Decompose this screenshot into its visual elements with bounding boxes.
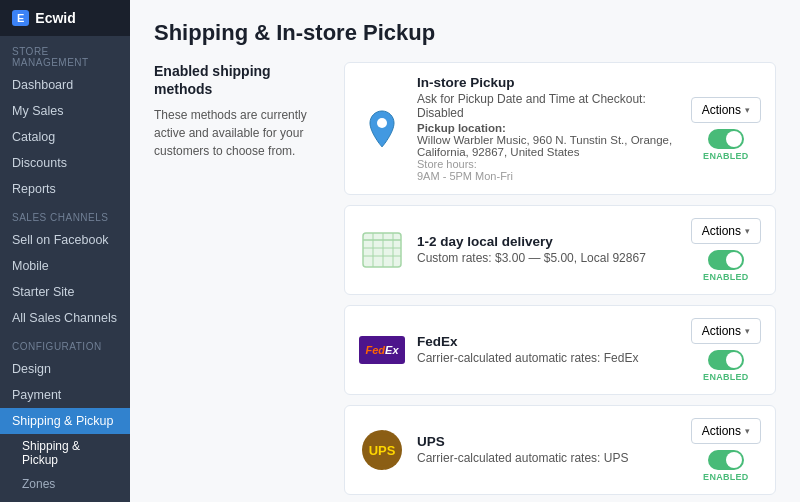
local-delivery-toggle-container: ENABLED bbox=[703, 250, 748, 282]
methods-list: In-store Pickup Ask for Pickup Date and … bbox=[344, 62, 776, 502]
ecwid-logo-icon: E bbox=[12, 10, 29, 26]
instore-info: In-store Pickup Ask for Pickup Date and … bbox=[417, 75, 679, 182]
local-delivery-enabled-label: ENABLED bbox=[703, 272, 748, 282]
sidebar-header: E Ecwid bbox=[0, 0, 130, 36]
ups-actions-label: Actions bbox=[702, 424, 741, 438]
chevron-down-icon: ▾ bbox=[745, 226, 750, 236]
chevron-down-icon: ▾ bbox=[745, 326, 750, 336]
sidebar-item-sell-on-facebook[interactable]: Sell on Facebook bbox=[0, 227, 130, 253]
svg-point-0 bbox=[377, 118, 387, 128]
svg-rect-1 bbox=[363, 233, 401, 267]
svg-text:UPS: UPS bbox=[369, 443, 396, 458]
ups-toggle[interactable] bbox=[708, 450, 744, 470]
local-delivery-info: 1-2 day local delivery Custom rates: $3.… bbox=[417, 234, 679, 267]
fedex-actions: Actions ▾ ENABLED bbox=[691, 318, 761, 382]
content-layout: Enabled shipping methods These methods a… bbox=[154, 62, 776, 502]
ups-actions: Actions ▾ ENABLED bbox=[691, 418, 761, 482]
sidebar-item-design[interactable]: Design bbox=[0, 356, 130, 382]
local-delivery-actions-label: Actions bbox=[702, 224, 741, 238]
ups-name: UPS bbox=[417, 434, 679, 449]
ups-logo: UPS bbox=[362, 430, 402, 470]
fedex-enabled-label: ENABLED bbox=[703, 372, 748, 382]
instore-toggle[interactable] bbox=[708, 129, 744, 149]
main-content: Shipping & In-store Pickup Enabled shipp… bbox=[130, 0, 800, 502]
sidebar-item-mobile[interactable]: Mobile bbox=[0, 253, 130, 279]
ups-info: UPS Carrier-calculated automatic rates: … bbox=[417, 434, 679, 467]
fedex-actions-button[interactable]: Actions ▾ bbox=[691, 318, 761, 344]
sidebar-item-my-sales[interactable]: My Sales bbox=[0, 98, 130, 124]
sidebar-item-dashboard[interactable]: Dashboard bbox=[0, 72, 130, 98]
method-card-ups: UPS UPS Carrier-calculated automatic rat… bbox=[344, 405, 776, 495]
instore-location: Willow Warbler Music, 960 N. Tunstin St.… bbox=[417, 134, 679, 158]
instore-enabled-label: ENABLED bbox=[703, 151, 748, 161]
fedex-name: FedEx bbox=[417, 334, 679, 349]
left-panel-heading: Enabled shipping methods bbox=[154, 62, 324, 98]
sidebar-subitem-zones[interactable]: Zones bbox=[0, 472, 130, 496]
sidebar: E Ecwid Store management Dashboard My Sa… bbox=[0, 0, 130, 502]
page-title: Shipping & In-store Pickup bbox=[154, 20, 776, 46]
instore-hours-label: Store hours: bbox=[417, 158, 679, 170]
sidebar-item-catalog[interactable]: Catalog bbox=[0, 124, 130, 150]
ups-actions-button[interactable]: Actions ▾ bbox=[691, 418, 761, 444]
left-panel: Enabled shipping methods These methods a… bbox=[154, 62, 324, 502]
sidebar-item-shipping-pickup[interactable]: Shipping & Pickup bbox=[0, 408, 130, 434]
sidebar-item-discounts[interactable]: Discounts bbox=[0, 150, 130, 176]
ups-desc: Carrier-calculated automatic rates: UPS bbox=[417, 451, 679, 465]
local-delivery-icon bbox=[359, 227, 405, 273]
instore-toggle-container: ENABLED bbox=[703, 129, 748, 161]
instore-desc: Ask for Pickup Date and Time at Checkout… bbox=[417, 92, 679, 120]
sidebar-item-payment[interactable]: Payment bbox=[0, 382, 130, 408]
ups-toggle-container: ENABLED bbox=[703, 450, 748, 482]
local-delivery-desc: Custom rates: $3.00 — $5.00, Local 92867 bbox=[417, 251, 679, 265]
sidebar-item-all-sales-channels[interactable]: All Sales Channels bbox=[0, 305, 130, 331]
fedex-desc: Carrier-calculated automatic rates: FedE… bbox=[417, 351, 679, 365]
method-card-instore: In-store Pickup Ask for Pickup Date and … bbox=[344, 62, 776, 195]
local-delivery-name: 1-2 day local delivery bbox=[417, 234, 679, 249]
method-card-fedex: FedEx FedEx Carrier-calculated automatic… bbox=[344, 305, 776, 395]
instore-hours: 9AM - 5PM Mon-Fri bbox=[417, 170, 679, 182]
fedex-toggle-container: ENABLED bbox=[703, 350, 748, 382]
fedex-actions-label: Actions bbox=[702, 324, 741, 338]
instore-name: In-store Pickup bbox=[417, 75, 679, 90]
fedex-toggle[interactable] bbox=[708, 350, 744, 370]
chevron-down-icon: ▾ bbox=[745, 105, 750, 115]
instore-location-label: Pickup location: bbox=[417, 122, 679, 134]
sidebar-subitem-shipping-pickup[interactable]: Shipping & Pickup bbox=[0, 434, 130, 472]
sidebar-item-starter-site[interactable]: Starter Site bbox=[0, 279, 130, 305]
method-card-local-delivery: 1-2 day local delivery Custom rates: $3.… bbox=[344, 205, 776, 295]
sidebar-item-settings[interactable]: Settings bbox=[0, 496, 130, 502]
local-delivery-actions-button[interactable]: Actions ▾ bbox=[691, 218, 761, 244]
instore-actions-label: Actions bbox=[702, 103, 741, 117]
fedex-logo: FedEx bbox=[359, 336, 405, 364]
local-delivery-toggle[interactable] bbox=[708, 250, 744, 270]
section-label-sales-channels: Sales channels bbox=[0, 202, 130, 227]
local-delivery-actions: Actions ▾ ENABLED bbox=[691, 218, 761, 282]
instore-actions: Actions ▾ ENABLED bbox=[691, 97, 761, 161]
section-label-store-management: Store management bbox=[0, 36, 130, 72]
fedex-icon: FedEx bbox=[359, 327, 405, 373]
sidebar-item-reports[interactable]: Reports bbox=[0, 176, 130, 202]
brand-name: Ecwid bbox=[35, 10, 75, 26]
ups-enabled-label: ENABLED bbox=[703, 472, 748, 482]
instore-actions-button[interactable]: Actions ▾ bbox=[691, 97, 761, 123]
instore-icon bbox=[359, 106, 405, 152]
chevron-down-icon: ▾ bbox=[745, 426, 750, 436]
fedex-info: FedEx Carrier-calculated automatic rates… bbox=[417, 334, 679, 367]
left-panel-description: These methods are currently active and a… bbox=[154, 106, 324, 160]
ups-icon: UPS bbox=[359, 427, 405, 473]
section-label-configuration: Configuration bbox=[0, 331, 130, 356]
